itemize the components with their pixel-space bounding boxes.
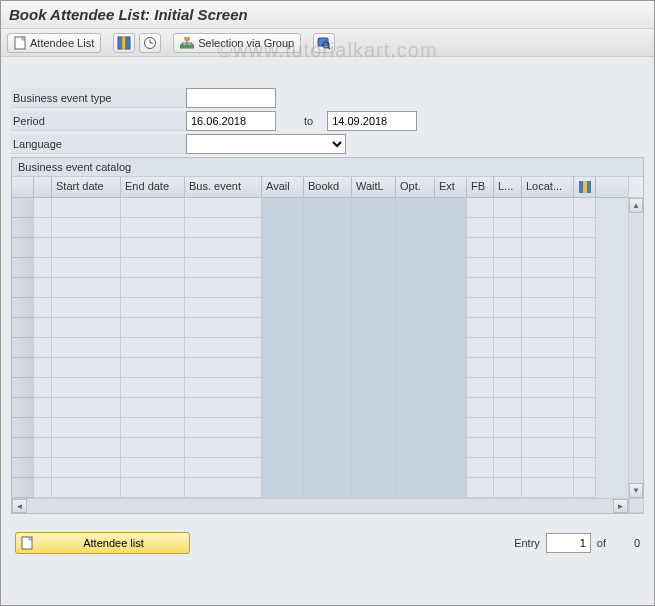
table-row[interactable]	[12, 478, 628, 498]
table-row[interactable]	[12, 298, 628, 318]
svg-rect-19	[579, 181, 583, 193]
scroll-corner	[629, 498, 644, 513]
table-body	[12, 198, 628, 498]
scroll-left-button[interactable]: ◄	[12, 499, 27, 513]
business-event-type-input[interactable]	[186, 88, 276, 108]
svg-rect-9	[185, 45, 189, 48]
table-row[interactable]	[12, 238, 628, 258]
document-icon	[14, 36, 26, 50]
catalog-title: Business event catalog	[12, 158, 643, 176]
col-fb[interactable]: FB	[467, 177, 494, 197]
search-display-button[interactable]	[313, 33, 335, 53]
entry-section: Entry of 0	[514, 533, 640, 553]
table-header: Start date End date Bus. event Avail Boo…	[12, 177, 628, 198]
clock-icon	[143, 36, 157, 50]
table-row[interactable]	[12, 418, 628, 438]
svg-rect-3	[126, 37, 130, 49]
table-row[interactable]	[12, 338, 628, 358]
of-label: of	[597, 537, 606, 549]
scroll-up-button[interactable]: ▲	[629, 198, 643, 213]
column-config-button[interactable]	[113, 33, 135, 53]
language-label: Language	[11, 134, 186, 154]
col-end-date[interactable]: End date	[121, 177, 185, 197]
horizontal-scrollbar[interactable]: ◄ ►	[12, 498, 628, 513]
title-bar: Book Attendee List: Initial Screen	[1, 1, 654, 29]
entry-label: Entry	[514, 537, 540, 549]
period-from-input[interactable]	[186, 111, 276, 131]
svg-line-18	[328, 47, 330, 49]
col-rowsel[interactable]	[12, 177, 34, 197]
scroll-track-h[interactable]	[27, 499, 613, 513]
language-row: Language	[11, 133, 644, 155]
table-config-icon	[579, 181, 591, 193]
table-row[interactable]	[12, 318, 628, 338]
table-row[interactable]	[12, 198, 628, 218]
entry-total: 0	[612, 537, 640, 549]
page-title: Book Attendee List: Initial Screen	[9, 6, 248, 23]
table-row[interactable]	[12, 218, 628, 238]
table-row[interactable]	[12, 438, 628, 458]
scroll-down-button[interactable]: ▼	[629, 483, 643, 498]
col-ext[interactable]: Ext	[435, 177, 467, 197]
bottom-bar: Attendee list Entry of 0	[11, 532, 644, 554]
table-row[interactable]	[12, 398, 628, 418]
business-event-type-label: Business event type	[11, 88, 186, 108]
columns-icon	[117, 36, 131, 50]
period-row: Period to	[11, 110, 644, 132]
svg-rect-10	[190, 45, 194, 48]
selection-via-group-label: Selection via Group	[198, 37, 294, 49]
period-label: Period	[11, 111, 186, 131]
col-avail[interactable]: Avail	[262, 177, 304, 197]
col-waitl[interactable]: WaitL	[352, 177, 396, 197]
table-row[interactable]	[12, 458, 628, 478]
content-area: Business event type Period to Language B…	[1, 57, 654, 605]
hierarchy-icon	[180, 37, 194, 49]
scroll-track-v[interactable]	[629, 213, 643, 483]
period-to-label: to	[304, 115, 313, 127]
table-row[interactable]	[12, 378, 628, 398]
table-config-button[interactable]	[574, 177, 596, 197]
col-bus-event[interactable]: Bus. event	[185, 177, 262, 197]
svg-rect-21	[587, 181, 591, 193]
svg-rect-2	[122, 37, 126, 49]
col-start-date[interactable]: Start date	[52, 177, 121, 197]
col-l[interactable]: L...	[494, 177, 522, 197]
period-to-input[interactable]	[327, 111, 417, 131]
svg-rect-1	[118, 37, 122, 49]
scroll-right-button[interactable]: ►	[613, 499, 628, 513]
business-event-type-row: Business event type	[11, 87, 644, 109]
business-event-catalog: Business event catalog Start date End da…	[11, 157, 644, 514]
document-icon	[21, 536, 33, 550]
selection-via-group-button[interactable]: Selection via Group	[173, 33, 301, 53]
table-row[interactable]	[12, 278, 628, 298]
toolbar: Attendee List Selection via Group	[1, 29, 654, 57]
time-button[interactable]	[139, 33, 161, 53]
col-bookd[interactable]: Bookd	[304, 177, 352, 197]
table-row[interactable]	[12, 358, 628, 378]
svg-rect-7	[185, 37, 189, 40]
svg-rect-20	[583, 181, 587, 193]
attendee-list-action-button[interactable]: Attendee list	[15, 532, 190, 554]
attendee-list-action-label: Attendee list	[83, 537, 144, 549]
vertical-scrollbar[interactable]: ▲ ▼	[628, 177, 643, 513]
svg-rect-8	[180, 45, 184, 48]
table-row[interactable]	[12, 258, 628, 278]
attendee-list-button[interactable]: Attendee List	[7, 33, 101, 53]
col-locat[interactable]: Locat...	[522, 177, 574, 197]
col-opt[interactable]: Opt.	[396, 177, 435, 197]
catalog-table: Start date End date Bus. event Avail Boo…	[12, 176, 643, 513]
language-select[interactable]	[186, 134, 346, 154]
attendee-list-label: Attendee List	[30, 37, 94, 49]
entry-input[interactable]	[546, 533, 591, 553]
col-status[interactable]	[34, 177, 52, 197]
search-screen-icon	[317, 36, 331, 50]
